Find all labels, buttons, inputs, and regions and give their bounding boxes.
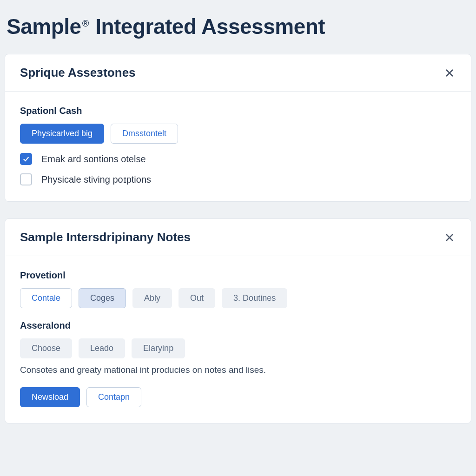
contapn-button[interactable]: Contapn [86,387,141,407]
tab-leado[interactable]: Leado [79,338,125,358]
close-button[interactable] [443,66,456,79]
button-row: Physicarlved big Dmsstontelt [20,124,456,144]
tab-doutines[interactable]: 3. Doutines [222,288,287,308]
card-title: Sample Intersdripinany Notes [20,230,191,245]
section-asseralond: Asseralond Choose Leado Elaryinp [20,320,456,358]
description-text: Consotes and greaty mational int produci… [20,365,456,375]
section-label: Asseralond [20,320,456,331]
tabs-row: Contale Coges Ably Out 3. Doutines [20,288,456,308]
checkbox-physicale[interactable] [20,173,32,185]
page-title: Sample® Integrated Assessment [7,14,471,39]
checkbox-emak[interactable] [20,153,32,165]
tab-ably[interactable]: Ably [132,288,172,308]
action-row: Newsload Contapn [20,387,456,407]
card-header: Sprique Asseɜtones [5,54,471,92]
checkbox-row: Emak ard sontions otelse [20,153,456,165]
section-label: Provetionl [20,270,456,281]
tab-out[interactable]: Out [178,288,215,308]
close-icon [444,232,455,243]
card-body: Spationl Cash Physicarlved big Dmsstonte… [5,92,471,201]
checkbox-label: Emak ard sontions otelse [41,154,146,165]
tab-contale[interactable]: Contale [20,288,72,308]
card-notes: Sample Intersdripinany Notes Provetionl … [5,218,471,423]
tab-choose[interactable]: Choose [20,338,72,358]
newsload-button[interactable]: Newsload [20,387,80,407]
checkbox-row: Physicale stiving poɪptions [20,173,456,185]
card-title: Sprique Asseɜtones [20,66,136,80]
registered-icon: ® [82,18,89,28]
check-icon [22,155,30,163]
section-provetionl: Provetionl Contale Coges Ably Out 3. Dou… [20,270,456,308]
section-label: Spationl Cash [20,106,456,116]
title-suffix: Integrated Assessment [95,14,325,39]
card-header: Sample Intersdripinany Notes [5,219,471,256]
card-assessments: Sprique Asseɜtones Spationl Cash Physica… [5,54,471,202]
tab-coges[interactable]: Coges [79,288,126,308]
title-prefix: Sample [7,14,81,39]
tabs-row: Choose Leado Elaryinp [20,338,456,358]
tab-elaryinp[interactable]: Elaryinp [132,338,185,358]
secondary-button[interactable]: Dmsstontelt [111,124,178,144]
close-button[interactable] [443,231,456,244]
close-icon [444,67,455,79]
physical-button[interactable]: Physicarlved big [20,124,104,144]
checkbox-label: Physicale stiving poɪptions [41,174,151,185]
card-body: Provetionl Contale Coges Ably Out 3. Dou… [5,256,471,423]
